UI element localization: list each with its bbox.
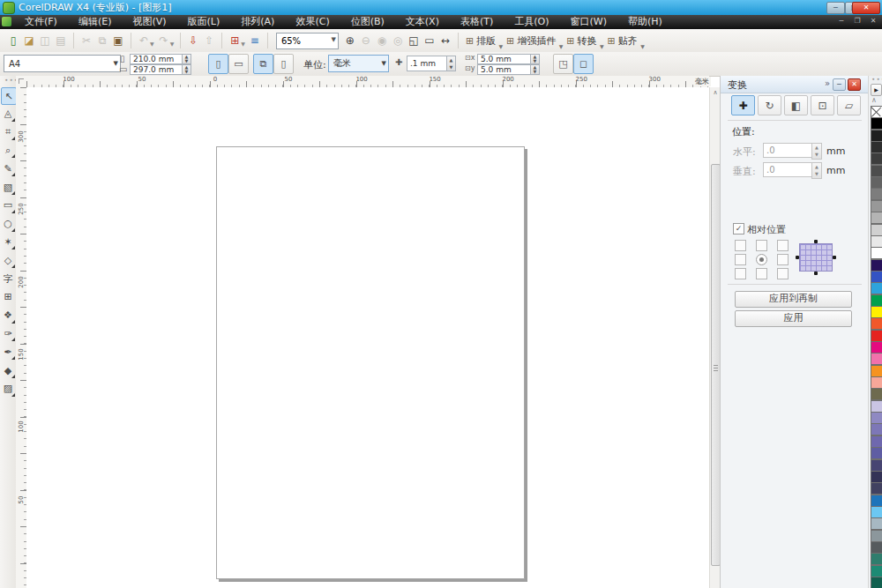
open-folder-icon[interactable]: ◪: [21, 33, 37, 48]
plugins-button[interactable]: ⊞增强插件▼: [506, 34, 556, 48]
welcome-screen-icon[interactable]: ≡: [247, 33, 263, 48]
vertical-spinner[interactable]: ▲▼: [811, 162, 822, 179]
menu-item-help[interactable]: 帮助(H): [617, 15, 673, 29]
anchor-checkbox-middle-right[interactable]: [777, 254, 789, 265]
portrait-button[interactable]: ▯: [208, 54, 228, 74]
color-swatch[interactable]: [871, 224, 882, 236]
color-swatch[interactable]: [871, 200, 882, 212]
paper-height-spinner[interactable]: ▲▼: [182, 64, 191, 75]
flyout-indicator[interactable]: [11, 191, 15, 195]
color-swatch[interactable]: [871, 306, 882, 318]
docker-minimize-button[interactable]: ─: [833, 78, 846, 91]
anchor-checkbox-bottom-right[interactable]: [777, 268, 789, 279]
color-swatch[interactable]: [871, 259, 882, 272]
chevron-down-icon[interactable]: ▼: [559, 43, 564, 49]
menu-item-table[interactable]: 表格(T): [450, 15, 504, 29]
color-swatch[interactable]: [871, 117, 882, 130]
nudge-offset-field[interactable]: .1 mm: [407, 56, 448, 71]
flyout-indicator[interactable]: [11, 210, 15, 213]
paper-preset-combo[interactable]: A4 ▼: [4, 55, 121, 72]
flyout-indicator[interactable]: [11, 118, 15, 122]
paper-height-field[interactable]: 297.0 mm: [130, 64, 183, 75]
color-swatch-none[interactable]: [871, 106, 882, 118]
relative-position-checkbox[interactable]: ✓: [733, 223, 744, 234]
chevron-down-icon[interactable]: ▼: [600, 43, 604, 49]
anchor-checkbox-top-right[interactable]: [777, 240, 789, 251]
anchor-checkbox-bottom-center[interactable]: [756, 268, 767, 279]
color-swatch[interactable]: [871, 482, 882, 495]
chevron-down-icon[interactable]: ▼: [498, 43, 503, 49]
vertical-field[interactable]: .0: [763, 162, 813, 177]
color-swatch[interactable]: [871, 423, 882, 435]
size-button[interactable]: ⊡: [811, 95, 834, 115]
polygon-tool-icon[interactable]: ✶: [1, 234, 15, 249]
color-swatch[interactable]: [871, 317, 882, 330]
palette-flyout-button[interactable]: ▶: [871, 84, 882, 96]
color-swatch[interactable]: [871, 435, 882, 448]
color-swatch[interactable]: [871, 235, 882, 248]
color-swatch[interactable]: [871, 165, 882, 177]
outline-pen-tool-icon[interactable]: ✒: [1, 344, 15, 360]
zoom-tool-icon[interactable]: ⌕: [1, 142, 15, 158]
color-swatch[interactable]: [871, 247, 882, 259]
anchor-checkbox-top-center[interactable]: [756, 240, 767, 251]
interactive-fill-tool-icon[interactable]: ▨: [1, 381, 15, 397]
duplicate-x-field[interactable]: 5.0 mm: [477, 54, 533, 64]
paste-icon[interactable]: ▣: [110, 33, 126, 48]
color-swatch[interactable]: [871, 577, 882, 588]
zoom-out-icon[interactable]: ⊖: [358, 33, 374, 48]
skew-button[interactable]: ▱: [837, 95, 861, 115]
fill-tool-icon[interactable]: ◆: [1, 362, 15, 378]
landscape-button[interactable]: ▭: [228, 54, 249, 74]
shape-tool-icon[interactable]: ◬: [1, 106, 15, 122]
menu-item-view[interactable]: 视图(V): [122, 15, 176, 29]
apply-button[interactable]: 应用: [735, 310, 852, 327]
import-icon[interactable]: ⇩: [185, 33, 201, 48]
color-swatch[interactable]: [871, 376, 882, 389]
flyout-indicator[interactable]: [11, 246, 15, 249]
copy-icon[interactable]: ⧉: [94, 33, 110, 48]
anchor-radio-center[interactable]: [756, 254, 767, 265]
convert-button[interactable]: ⊞转换▼: [566, 34, 596, 48]
apply-to-duplicate-button[interactable]: 应用到再制: [735, 291, 852, 308]
new-document-icon[interactable]: ▯: [5, 33, 21, 48]
zoom-actual-icon[interactable]: ◉: [374, 33, 390, 48]
export-icon[interactable]: ⇧: [201, 33, 217, 48]
cut-icon[interactable]: ✂: [78, 33, 94, 48]
print-icon[interactable]: ▤: [53, 33, 69, 48]
all-pages-button[interactable]: ⧉: [253, 54, 273, 74]
menu-item-window[interactable]: 窗口(W): [560, 15, 617, 29]
palette-drag-handle[interactable]: ∙∙∙: [871, 76, 882, 83]
flyout-indicator[interactable]: [11, 338, 15, 341]
horizontal-spinner[interactable]: ▲▼: [811, 143, 822, 160]
flyout-indicator[interactable]: [11, 320, 15, 324]
color-swatch[interactable]: [871, 330, 882, 342]
position-button[interactable]: ✚: [731, 95, 755, 115]
drawing-canvas[interactable]: [26, 87, 709, 588]
snap-button[interactable]: ⊞贴齐▼: [608, 34, 638, 48]
application-launcher-icon[interactable]: ⊞: [227, 33, 243, 48]
rotate-button[interactable]: ↻: [758, 95, 781, 115]
basic-shapes-tool-icon[interactable]: ◇: [1, 252, 15, 268]
eyedropper-tool-icon[interactable]: ✑: [1, 325, 15, 341]
color-swatch[interactable]: [871, 530, 882, 542]
page-a4[interactable]: [216, 146, 525, 579]
color-swatch[interactable]: [871, 353, 882, 365]
duplicate-x-spinner[interactable]: ▲▼: [530, 54, 540, 64]
flyout-indicator[interactable]: [11, 356, 15, 360]
color-swatch[interactable]: [871, 412, 882, 424]
scale-mirror-button[interactable]: ◧: [784, 95, 808, 115]
menu-item-edit[interactable]: 编辑(E): [68, 15, 123, 29]
docker-close-button[interactable]: ✕: [848, 78, 861, 91]
color-swatch[interactable]: [871, 565, 882, 577]
zoom-selected-icon[interactable]: ◎: [390, 33, 406, 48]
doc-restore-button[interactable]: ❐: [852, 17, 863, 25]
menu-item-tools[interactable]: 工具(O): [504, 15, 559, 29]
zoom-all-objects-icon[interactable]: ◱: [406, 33, 422, 48]
undo-icon[interactable]: ↶: [136, 33, 152, 48]
menu-item-bitmaps[interactable]: 位图(B): [340, 15, 395, 29]
color-swatch[interactable]: [871, 294, 882, 307]
menu-item-text[interactable]: 文本(X): [395, 15, 450, 29]
treat-as-filled-button[interactable]: ◳: [553, 54, 573, 74]
flyout-indicator[interactable]: [11, 393, 15, 397]
